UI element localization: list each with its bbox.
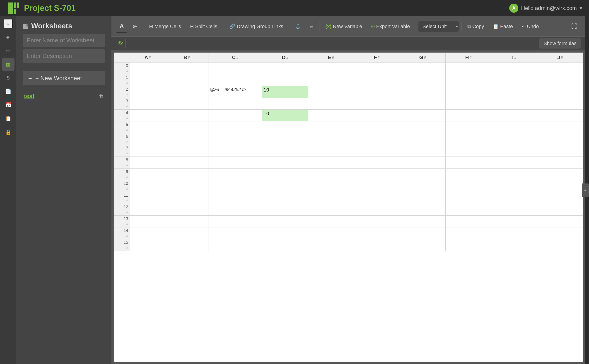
link2-icon-button[interactable]: ⇌ [306, 21, 317, 32]
cell-E4[interactable] [308, 110, 354, 121]
cell-B8[interactable] [165, 157, 208, 169]
show-formulas-button[interactable]: Show formulas [539, 39, 581, 48]
copy-button[interactable]: ⧉ Copy [464, 21, 487, 32]
worksheet-delete-button[interactable]: 🗑 [99, 93, 104, 99]
cell-C6[interactable] [208, 133, 262, 145]
user-dropdown-icon[interactable]: ▾ [579, 5, 582, 11]
cell-E12[interactable] [308, 204, 354, 216]
cell-D12[interactable] [262, 204, 308, 216]
cell-F10[interactable] [354, 180, 400, 192]
cell-G5[interactable] [400, 121, 445, 133]
cell-A10[interactable] [130, 180, 165, 192]
cell-G9[interactable] [400, 169, 445, 180]
cell-H13[interactable] [445, 216, 491, 228]
drawing-group-links-button[interactable]: 🔗 Drawing Group Links [226, 21, 287, 32]
cell-G12[interactable] [400, 204, 445, 216]
cell-I11[interactable] [491, 192, 537, 204]
cell-C1[interactable] [208, 74, 262, 86]
cell-B10[interactable] [165, 180, 208, 192]
cell-B6[interactable] [165, 133, 208, 145]
cell-J14[interactable] [537, 228, 583, 239]
cell-A5[interactable] [130, 121, 165, 133]
cell-H9[interactable] [445, 169, 491, 180]
cell-J15[interactable] [537, 239, 583, 251]
cell-B2[interactable] [165, 86, 208, 98]
cell-A2[interactable] [130, 86, 165, 98]
cell-A3[interactable] [130, 98, 165, 110]
col-header-a[interactable]: A // [130, 53, 165, 63]
cell-I12[interactable] [491, 204, 537, 216]
cell-H2[interactable] [445, 86, 491, 98]
cell-D3[interactable] [262, 98, 308, 110]
cell-J10[interactable] [537, 180, 583, 192]
cell-E5[interactable] [308, 121, 354, 133]
cell-G4[interactable] [400, 110, 445, 121]
cell-J9[interactable] [537, 169, 583, 180]
cell-G7[interactable] [400, 145, 445, 157]
cell-I13[interactable] [491, 216, 537, 228]
cell-D6[interactable] [262, 133, 308, 145]
cell-E15[interactable] [308, 239, 354, 251]
cell-A8[interactable] [130, 157, 165, 169]
cell-G15[interactable] [400, 239, 445, 251]
cell-I9[interactable] [491, 169, 537, 180]
cell-D14[interactable] [262, 228, 308, 239]
cell-J13[interactable] [537, 216, 583, 228]
rail-dollar-button[interactable]: $ [2, 72, 14, 84]
cell-C0[interactable] [208, 63, 262, 74]
cell-F9[interactable] [354, 169, 400, 180]
cell-E1[interactable] [308, 74, 354, 86]
col-header-g[interactable]: G // [400, 53, 445, 63]
cell-I5[interactable] [491, 121, 537, 133]
cell-D10[interactable] [262, 180, 308, 192]
rail-layers-button[interactable]: ◈ [2, 31, 14, 44]
col-header-i[interactable]: I // [491, 53, 537, 63]
cell-D9[interactable] [262, 169, 308, 180]
link-icon-button[interactable]: ⚓ [291, 21, 304, 32]
cell-G8[interactable] [400, 157, 445, 169]
cell-I14[interactable] [491, 228, 537, 239]
cell-C14[interactable] [208, 228, 262, 239]
cell-A9[interactable] [130, 169, 165, 180]
cell-I6[interactable] [491, 133, 537, 145]
worksheet-name-input[interactable] [23, 34, 105, 47]
cell-F2[interactable] [354, 86, 400, 98]
export-variable-button[interactable]: ⊗ Export Variable [367, 21, 414, 32]
cell-C3[interactable] [208, 98, 262, 110]
cell-I3[interactable] [491, 98, 537, 110]
split-cells-button[interactable]: ⊟ Split Cells [186, 21, 221, 32]
cell-D4[interactable]: 10 [262, 110, 308, 121]
cell-B15[interactable] [165, 239, 208, 251]
cell-F12[interactable] [354, 204, 400, 216]
cell-G2[interactable] [400, 86, 445, 98]
cell-B5[interactable] [165, 121, 208, 133]
cell-G10[interactable] [400, 180, 445, 192]
merge-cells-button[interactable]: ⊞ Merge Cells [145, 21, 185, 32]
rail-clipboard-button[interactable]: 📋 [2, 112, 14, 125]
formula-input[interactable] [129, 40, 539, 46]
cell-C4[interactable] [208, 110, 262, 121]
cell-B7[interactable] [165, 145, 208, 157]
cell-C9[interactable] [208, 169, 262, 180]
cell-H8[interactable] [445, 157, 491, 169]
cell-I0[interactable] [491, 63, 537, 74]
select-unit-dropdown[interactable]: Select Unit [418, 21, 459, 32]
cell-G11[interactable] [400, 192, 445, 204]
col-header-b[interactable]: B // [165, 53, 208, 63]
cell-H1[interactable] [445, 74, 491, 86]
cell-D8[interactable] [262, 157, 308, 169]
cell-I1[interactable] [491, 74, 537, 86]
worksheet-item[interactable]: test 🗑 [23, 90, 105, 103]
col-header-f[interactable]: F // [354, 53, 400, 63]
cell-C12[interactable] [208, 204, 262, 216]
cell-H12[interactable] [445, 204, 491, 216]
cell-J7[interactable] [537, 145, 583, 157]
cell-H15[interactable] [445, 239, 491, 251]
cell-F11[interactable] [354, 192, 400, 204]
cell-F14[interactable] [354, 228, 400, 239]
new-worksheet-button[interactable]: ＋ + New Worksheet [23, 71, 105, 85]
cell-F4[interactable] [354, 110, 400, 121]
worksheet-desc-input[interactable] [23, 49, 105, 63]
cell-B11[interactable] [165, 192, 208, 204]
cell-A1[interactable] [130, 74, 165, 86]
